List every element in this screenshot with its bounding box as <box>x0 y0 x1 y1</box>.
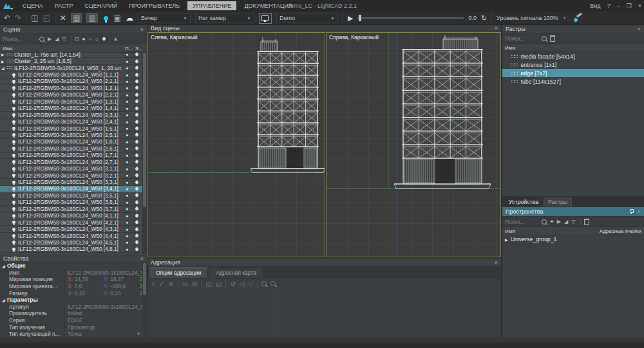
scene-scrollbar[interactable] <box>142 51 147 254</box>
expand-icon[interactable]: ▶ <box>505 237 508 242</box>
viewport-right[interactable]: Справа, Каркасный <box>326 32 501 257</box>
visibility-dot-icon[interactable]: ● <box>122 167 132 171</box>
sort-icon[interactable]: ◢ <box>55 35 59 43</box>
opacity-drop-icon[interactable] <box>132 100 141 103</box>
menu-player[interactable]: ПРОИГРЫВАТЕЛЬ <box>123 0 185 12</box>
visibility-dot-icon[interactable]: ● <box>122 113 132 117</box>
opacity-drop-icon[interactable] <box>132 80 141 83</box>
rasters-close-icon[interactable]: × <box>638 26 641 32</box>
restore-button[interactable]: ❐ <box>627 0 632 12</box>
menu-scene[interactable]: СЦЕНА <box>17 0 49 12</box>
visibility-dot-icon[interactable]: ● <box>122 173 132 178</box>
opacity-drop-icon[interactable] <box>132 107 141 110</box>
visibility-dot-icon[interactable]: ● <box>122 73 132 77</box>
scene-view-close-icon[interactable]: × <box>495 25 498 32</box>
opacity-drop-icon[interactable] <box>132 147 141 150</box>
tree-group-row[interactable]: ▶∷∷Cluster_1, 756 шт. [14,1,54]● <box>0 51 142 58</box>
properties-scrollbar[interactable] <box>142 262 147 338</box>
visibility-dot-icon[interactable]: ● <box>122 206 132 211</box>
menu-scenario[interactable]: СЦЕНАРИЙ <box>79 0 124 12</box>
property-row[interactable]: СерияEDGE <box>0 317 142 324</box>
mode-select[interactable]: Вечер▼ <box>138 13 191 23</box>
drop-icon[interactable] <box>102 37 106 41</box>
opacity-drop-icon[interactable] <box>132 174 141 177</box>
property-section[interactable]: ◢Общие <box>0 262 142 270</box>
add-icon[interactable]: + <box>151 280 155 288</box>
tab-rasters[interactable]: Растры <box>544 197 572 206</box>
loop-icon[interactable]: ↻ <box>481 14 487 23</box>
spaces-search-input[interactable]: Поиск... <box>505 219 538 225</box>
trash-icon[interactable] <box>550 35 555 42</box>
tree-lamp-row[interactable]: ILF12-2RGBW50-3x180CL24_W50 [1,2,1]● <box>0 85 142 91</box>
tree-lamp-row[interactable]: ILF12-2RGBW50-3x180CL24_W50 [2,2,1]● <box>0 92 142 98</box>
tree-lamp-row[interactable]: ILF12-2RGBW50-3x180CL24_W50 [3,6,1]● <box>0 199 142 206</box>
dropper-icon[interactable] <box>574 14 582 22</box>
opacity-drop-icon[interactable] <box>132 221 141 224</box>
tree-lamp-row[interactable]: ILF12-2RGBW50-3x180CL24_W50 [4,4,1]● <box>0 233 142 239</box>
signal-level-label[interactable]: Уровень сигнала 100% <box>497 15 558 21</box>
apply-icon[interactable]: ✓ <box>159 280 164 288</box>
play-button[interactable]: ▶ <box>348 14 353 23</box>
visibility-dot-icon[interactable]: ● <box>122 106 132 111</box>
circle-off-icon[interactable]: ○ <box>88 35 91 43</box>
copy-page-icon[interactable]: ◰ <box>205 280 211 288</box>
tree-lamp-row[interactable]: ILF12-2RGBW50-3x180CL24_W50 [3,5,1]● <box>0 192 142 199</box>
tree-lamp-row[interactable]: ILF12-2RGBW50-3x180CL24_W50 [1,7,1]● <box>0 152 142 159</box>
visibility-dot-icon[interactable]: ● <box>122 227 132 232</box>
select-icon[interactable]: ✕ <box>60 12 66 24</box>
property-section[interactable]: ◢Параметры <box>0 297 142 304</box>
visibility-dot-icon[interactable]: ● <box>122 220 132 224</box>
tree-lamp-row[interactable]: ILF12-2RGBW50-3x180CL24_W50 [2,5,1]● <box>0 132 142 138</box>
screen-view-button[interactable] <box>259 13 272 24</box>
tree-lamp-row[interactable]: ILF12-2RGBW50-3x180CL24_W50 [3,1,1]● <box>0 165 142 172</box>
viewport-left[interactable]: Слева, Каркасный <box>147 32 325 257</box>
opacity-drop-icon[interactable] <box>132 181 141 184</box>
opacity-drop-icon[interactable] <box>132 248 141 251</box>
splitter-right[interactable] <box>501 24 502 338</box>
tab-address-map[interactable]: Адресная карта <box>209 268 263 278</box>
spaces-close-icon[interactable]: × <box>638 208 641 215</box>
tree-lamp-row[interactable]: ILF12-2RGBW50-3x180CL24_W50 [1,5,1]● <box>0 125 142 132</box>
tree-lamp-row[interactable]: ILF12-2RGBW50-3x180CL24_W50 [2,4,1]● <box>0 118 142 125</box>
visibility-dot-icon[interactable]: ● <box>122 59 132 64</box>
pin-icon[interactable] <box>629 209 634 214</box>
slider-thumb[interactable] <box>359 15 361 21</box>
rect-select-icon[interactable]: ▭ <box>182 280 188 288</box>
opacity-drop-icon[interactable] <box>132 60 141 63</box>
property-row[interactable]: ПроизводительIntiled <box>0 310 142 317</box>
opacity-drop-icon[interactable] <box>132 53 141 56</box>
columns-icon[interactable]: ▥ <box>86 13 97 23</box>
camera-select[interactable]: Нет камер▼ <box>195 13 254 23</box>
property-row[interactable]: РазмерX:0,15Y:0,10Z:0,06 <box>0 289 142 297</box>
tree-lamp-row[interactable]: ILF12-2RGBW50-3x180CL24_W50 [4,5,1]● <box>0 239 142 246</box>
visibility-dot-icon[interactable]: ● <box>122 126 132 131</box>
sun-icon[interactable]: ☼ <box>95 35 99 43</box>
tree-lamp-row[interactable]: ILF12-2RGBW50-3x180CL24_W50 [3,7,1]● <box>0 206 142 212</box>
tree-lamp-row[interactable]: ILF12-2RGBW50-3x180CL24_W50 [3,4,1]● <box>0 186 142 192</box>
opacity-drop-icon[interactable] <box>132 154 141 157</box>
visibility-dot-icon[interactable]: ● <box>122 160 132 164</box>
paste-icon[interactable]: ◫ <box>31 12 38 24</box>
tree-lamp-row[interactable]: ILF12-2RGBW50-3x180CL24_W50 [4,2,1]● <box>0 219 142 226</box>
grid-icon[interactable]: ▦ <box>71 13 82 23</box>
visibility-dot-icon[interactable]: ● <box>122 86 132 90</box>
sort-icon[interactable]: ◢ <box>564 218 568 226</box>
property-row[interactable]: Мировая ориента...X:0,0Y:-180,0Z:0,0 <box>0 283 142 290</box>
tree-lamp-row[interactable]: ILF12-2RGBW50-3x180CL24_W50 [4,1,1]● <box>0 213 142 219</box>
scene-search-input[interactable]: Поиск... <box>3 36 36 42</box>
tree-lamp-row[interactable]: ILF12-2RGBW50-3x180CL24_W50 [3,2,1]● <box>0 172 142 179</box>
visibility-dot-icon[interactable]: ● <box>122 234 132 238</box>
camera-icon[interactable]: ⊡ <box>75 35 79 43</box>
tree-lamp-row[interactable]: ILF12-2RGBW50-3x180CL24_W50 [4,6,1]● <box>0 246 142 253</box>
opacity-drop-icon[interactable] <box>132 214 141 217</box>
flip-v-icon[interactable]: ▽ <box>248 280 253 288</box>
tree-group-row[interactable]: ◢∷∷ILF12-2RGBW50-3x180CL24_W50_1, 28 шт.… <box>0 65 142 71</box>
rasters-search-input[interactable]: Поиск... <box>505 35 538 42</box>
visibility-dot-icon[interactable]: ● <box>122 52 132 57</box>
undo-icon[interactable]: ↶ <box>4 12 10 24</box>
raster-row[interactable]: ∷∷entrance [1x1] <box>502 60 644 69</box>
zoom-in-icon[interactable] <box>261 281 267 286</box>
raster-row[interactable]: ∷∷media facade [54x14] <box>502 52 644 60</box>
opacity-drop-icon[interactable] <box>132 201 141 204</box>
property-row[interactable]: Мировая позицияX:14,76Y:18,27Z:-2,80 <box>0 276 142 283</box>
